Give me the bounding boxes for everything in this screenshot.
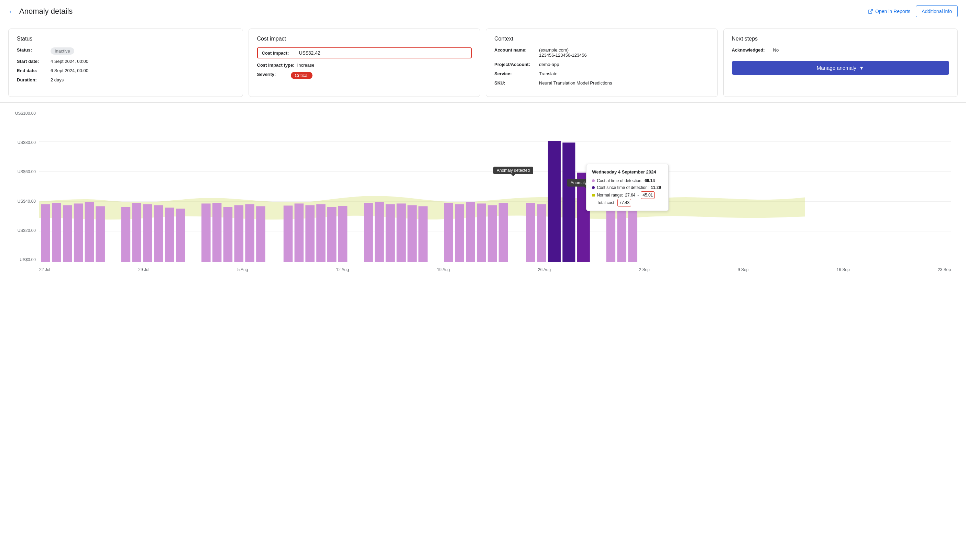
x-axis: 22 Jul 29 Jul 5 Aug 12 Aug 19 Aug 26 Aug… [39,264,951,276]
cost-impact-label: Cost impact: [262,51,296,56]
tooltip-normal-range-max: 45.01 [641,192,655,199]
page-title: Anomaly details [19,7,72,16]
chart-svg [39,111,951,262]
x-label-12aug: 12 Aug [336,267,349,272]
manage-anomaly-label: Manage anomaly [817,65,856,71]
svg-rect-11 [154,205,163,262]
svg-rect-43 [606,203,616,262]
chart-area: US$100.00 US$80.00 US$60.00 US$40.00 US$… [0,103,966,276]
chevron-down-icon: ▼ [859,65,864,71]
x-label-2sep: 2 Sep [639,267,649,272]
svg-rect-35 [477,203,486,262]
cards-row: Status Status: Inactive Start date: 4 Se… [0,23,966,103]
svg-rect-41 [562,142,575,262]
start-date-value: 4 Sept 2024, 00:00 [51,59,88,64]
cost-card-title: Cost impact [257,36,472,42]
cost-type-label: Cost impact type: [257,62,295,68]
x-label-26aug: 26 Aug [538,267,551,272]
tooltip-dot-since [592,186,595,189]
svg-rect-27 [375,201,384,262]
svg-rect-37 [499,203,508,262]
y-label-80: US$80.00 [8,140,36,145]
nextsteps-card: Next steps Acknowledged: No Manage anoma… [723,28,958,97]
tooltip-total-cost: Total cost: 77.43 [592,199,663,206]
tooltip-title: Wednesday 4 September 2024 [592,168,663,176]
y-label-0: US$0.00 [8,257,36,262]
additional-info-button[interactable]: Additional info [916,5,958,17]
tooltip-cost-since-label: Cost since time of detection: [597,184,649,191]
account-name-value: (example.com) 123456-123456-123456 [539,47,587,58]
svg-rect-7 [95,206,105,262]
status-label: Status: [17,47,48,52]
svg-line-0 [870,9,872,11]
project-label: Project/Account: [495,62,539,67]
service-label: Service: [495,71,539,76]
back-button[interactable]: ← [8,8,15,15]
tooltip-cost-since-value: 11.29 [651,184,661,191]
svg-rect-39 [537,204,546,262]
svg-rect-31 [418,206,428,262]
project-row: Project/Account: demo-app [495,62,709,67]
y-label-20: US$20.00 [8,228,36,233]
svg-rect-36 [488,205,497,262]
severity-badge: Critical [291,72,313,79]
tooltip-cost-detection-label: Cost at time of detection: [597,177,642,184]
tooltip-cost-since: Cost since time of detection: 11.29 [592,184,663,191]
status-card: Status Status: Inactive Start date: 4 Se… [8,28,243,97]
svg-rect-5 [74,203,83,262]
sku-row: SKU: Neural Translation Model Prediction… [495,80,709,85]
status-row: Status: Inactive [17,47,235,55]
svg-rect-38 [526,203,535,262]
project-value: demo-app [539,62,559,67]
svg-rect-10 [143,204,152,262]
y-label-60: US$60.00 [8,169,36,174]
svg-rect-22 [305,205,315,262]
x-label-5aug: 5 Aug [238,267,248,272]
header-left: ← Anomaly details [8,7,72,16]
svg-rect-17 [235,205,244,262]
svg-rect-4 [63,205,72,262]
svg-rect-2 [41,204,50,262]
svg-rect-44 [617,205,626,262]
end-date-label: End date: [17,68,48,73]
x-label-23sep: 23 Sep [938,267,951,272]
service-value: Translate [539,71,558,76]
context-card-title: Context [495,36,709,42]
acknowledged-label: Acknowledged: [732,47,773,52]
tooltip-normal-range-label: Normal range: [597,192,623,198]
severity-label: Severity: [257,72,288,77]
svg-rect-16 [223,207,233,262]
start-date-label: Start date: [17,59,48,64]
svg-rect-25 [338,206,348,262]
cost-type-value: Increase [297,62,315,68]
svg-rect-14 [202,203,211,262]
svg-rect-28 [386,204,395,262]
service-row: Service: Translate [495,71,709,76]
svg-rect-21 [295,203,304,262]
svg-rect-18 [245,204,255,262]
svg-rect-19 [256,206,265,262]
start-date-row: Start date: 4 Sept 2024, 00:00 [17,59,235,64]
tooltip-cost-detection: Cost at time of detection: 66.14 [592,177,663,184]
manage-anomaly-button[interactable]: Manage anomaly ▼ [732,61,950,75]
x-label-16sep: 16 Sep [837,267,850,272]
acknowledged-row: Acknowledged: No [732,47,950,52]
tooltip-dash: - [637,192,639,198]
tooltip-total-cost-label: Total cost: [597,199,615,206]
tooltip-normal-range-min: 27.64 [625,192,635,198]
sku-label: SKU: [495,80,539,85]
tooltip-cost-detection-value: 66.14 [644,177,655,184]
y-label-100: US$100.00 [8,111,36,116]
account-name-row: Account name: (example.com) 123456-12345… [495,47,709,58]
svg-rect-32 [444,203,453,262]
header: ← Anomaly details Open in Reports Additi… [0,0,966,23]
svg-rect-23 [316,204,325,262]
cost-impact-value: US$32.42 [299,50,320,56]
y-label-40: US$40.00 [8,199,36,204]
chart-inner: Anomaly detected Anomaly inactive Wednes… [39,111,951,262]
tooltip-normal-range: Normal range: 27.64 - 45.01 [592,192,663,199]
open-reports-button[interactable]: Open in Reports [868,8,910,14]
nextsteps-card-title: Next steps [732,36,950,42]
back-icon: ← [8,8,15,15]
account-name-label: Account name: [495,47,539,58]
